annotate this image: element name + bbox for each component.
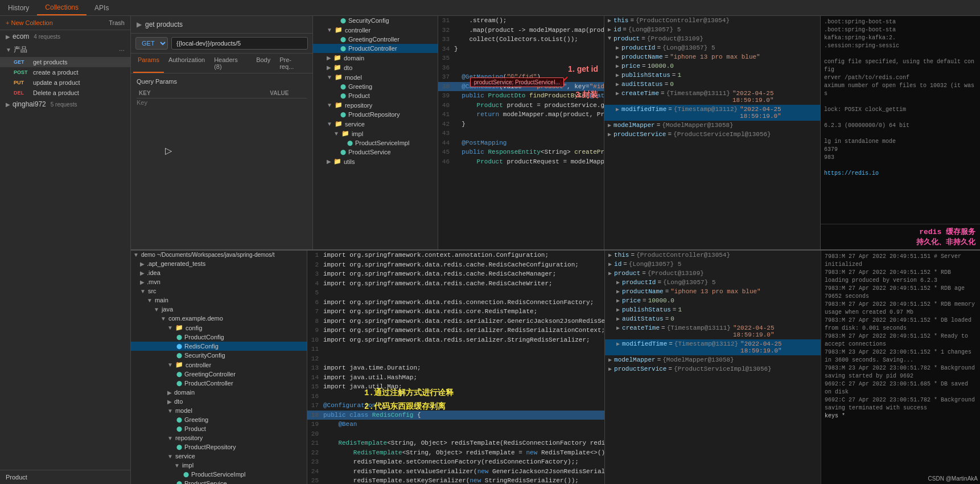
debug-var-productname[interactable]: ▶ productName="iphone 13 pro max blue" <box>604 52 820 61</box>
lower-tree-productconfig[interactable]: ⬤ ProductConfig <box>131 333 307 342</box>
lower-tree-productsvc[interactable]: ⬤ ProductService <box>131 479 307 484</box>
col-key: KEY <box>137 88 267 99</box>
term-url[interactable]: https://redis.io <box>824 170 977 178</box>
sidebar-group-qinghai[interactable]: ▶ qinghai972 5 requests <box>0 98 130 110</box>
lower-tree-idea[interactable]: ▶ .idea <box>131 268 307 277</box>
tree-item-product-repo[interactable]: ⬤ ProductRepository <box>313 110 438 119</box>
lower-tree-src[interactable]: ▼ src <box>131 286 307 296</box>
annotation-get-id: 1. get id <box>568 64 598 73</box>
sidebar-group-ecom[interactable]: ▶ ecom 4 requests <box>0 30 130 43</box>
lower-debug-product[interactable]: ▶ product={Product@13109} <box>605 269 821 278</box>
lower-tree-product-model[interactable]: ⬤ Product <box>131 424 307 433</box>
lower-tree-demo[interactable]: ▼ demo ~/Documents/Workspaces/java/sprin… <box>131 251 307 259</box>
term-line-17 <box>824 162 977 170</box>
request-get-products[interactable]: GET get products <box>0 57 130 67</box>
url-input[interactable] <box>171 37 308 50</box>
lower-tree-model2[interactable]: ▼ model <box>131 406 307 415</box>
lower-tree-domain2[interactable]: ▶ domain <box>131 388 307 397</box>
lower-tree-main[interactable]: ▼ main <box>131 296 307 305</box>
tab-authorization[interactable]: Authorization <box>164 54 209 73</box>
debug-var-productid[interactable]: ▶ productId={Long@13057} 5 <box>604 43 820 52</box>
lower-code-line-9: 9import org.springframework.data.redis.s… <box>307 326 604 335</box>
debug-var-price[interactable]: ▶ price=10000.0 <box>604 61 820 71</box>
lower-tree-impl2[interactable]: ▼ impl <box>131 461 307 470</box>
tab-body[interactable]: Body <box>252 54 275 73</box>
tab-headers[interactable]: Headers (8) <box>209 54 252 73</box>
tree-item-controller[interactable]: ▼ 📁 controller <box>313 25 438 35</box>
lower-tree-productrepo[interactable]: ⬤ ProductRepository <box>131 442 307 452</box>
tree-item-dto[interactable]: ▶ 📁 dto <box>313 63 438 72</box>
tree-item-model[interactable]: ▼ 📁 model <box>313 72 438 82</box>
tree-item-securityconfig[interactable]: ⬤ SecurityConfig <box>313 16 438 25</box>
tab-apis[interactable]: APIs <box>87 0 117 15</box>
tree-item-utils[interactable]: ▶ 📁 utils <box>313 157 438 166</box>
request-put-product[interactable]: PUT update a product <box>0 77 130 88</box>
tab-history[interactable]: History <box>0 0 37 15</box>
lower-tree-mvn[interactable]: ▶ .mvn <box>131 277 307 286</box>
lower-tree-greeting-ctrl[interactable]: ⬤ GreetingController <box>131 370 307 379</box>
lower-tree-com-example[interactable]: ▼ com.example.demo <box>131 314 307 323</box>
tree-item-product-service-impl[interactable]: ⬤ ProductServiceImpl <box>313 138 438 147</box>
tree-item-impl[interactable]: ▼ 📁 impl <box>313 129 438 138</box>
tree-item-product-controller[interactable]: ⬤ ProductController <box>313 44 438 53</box>
term-line-11 <box>824 114 977 122</box>
lower-tree-product-ctrl[interactable]: ⬤ ProductController <box>131 379 307 388</box>
sidebar-group-products[interactable]: ▼ 产品 ··· <box>0 43 130 57</box>
tree-item-repository[interactable]: ▼ 📁 repository <box>313 100 438 110</box>
debug-var-modelmapper[interactable]: ▶ modelMapper={ModelMapper@13058} <box>604 121 820 130</box>
method-post-badge: POST <box>14 69 30 75</box>
tab-prereq[interactable]: Pre-req... <box>275 54 310 73</box>
lower-code-line-20: 20 <box>307 429 604 439</box>
lower-debug-publishstatus[interactable]: ▶ publishStatus=1 <box>605 305 821 314</box>
cursor-icon: ▷ <box>165 145 172 156</box>
tree-label-service: service <box>345 121 365 128</box>
lower-debug-auditstatus[interactable]: ▶ auditStatus=0 <box>605 314 821 323</box>
tab-params[interactable]: Params <box>133 54 164 73</box>
tree-item-service[interactable]: ▼ 📁 service <box>313 119 438 129</box>
lower-tree-dto2[interactable]: ▶ dto <box>131 397 307 406</box>
debug-var-createtime[interactable]: ▶ createTime={Timestamp@13111}"2022-04-2… <box>604 89 820 105</box>
new-collection-button[interactable]: + New Collection <box>6 19 53 26</box>
lower-tree-greeting-model[interactable]: ⬤ Greeting <box>131 415 307 424</box>
debug-var-id[interactable]: ▶ id={Long@13057} 5 <box>604 25 820 34</box>
lower-tree-java[interactable]: ▼ java <box>131 305 307 314</box>
lower-debug-productname[interactable]: ▶ productName="iphone 13 pro max blue" <box>605 287 821 296</box>
debug-var-modifiedtime[interactable]: ▶ modifiedTime={Timestamp@13112}"2022-04… <box>604 105 820 121</box>
lower-tree-config[interactable]: ▼ 📁 config <box>131 323 307 333</box>
request-del-product[interactable]: DEL Delete a product <box>0 88 130 98</box>
lower-debug-price[interactable]: ▶ price=10000.0 <box>605 296 821 305</box>
debug-var-product[interactable]: ▼ product={Product@13109} <box>604 34 820 43</box>
debug-var-publishstatus[interactable]: ▶ publishStatus=1 <box>604 71 820 80</box>
file-icon-security: ⬤ <box>340 18 346 23</box>
lower-debug-this[interactable]: ▶ this={ProductController@13054} <box>605 251 821 260</box>
lower-tree-securityconfig[interactable]: ⬤ SecurityConfig <box>131 351 307 360</box>
debug-var-this[interactable]: ▶ this={ProductController@13054} <box>604 16 820 25</box>
request-post-product[interactable]: POST create a product <box>0 67 130 77</box>
trash-button[interactable]: Trash <box>109 19 125 26</box>
lower-tree-ctrl[interactable]: ▼ 📁 controller <box>131 360 307 370</box>
method-select[interactable]: GET <box>135 37 168 50</box>
lower-tree-svc2[interactable]: ▼ service <box>131 452 307 461</box>
lower-tree-productsvcimpl[interactable]: ⬤ ProductServiceImpl <box>131 470 307 479</box>
tree-item-product-service[interactable]: ⬤ ProductService <box>313 147 438 157</box>
lower-tree-redisconfig[interactable]: ⬤ RedisConfig <box>131 342 307 351</box>
debug-var-auditstatus[interactable]: ▶ auditStatus=0 <box>604 80 820 89</box>
lower-debug-productid[interactable]: ▶ productId={Long@13057} 5 <box>605 278 821 287</box>
tree-item-greeting-model[interactable]: ⬤ Greeting <box>313 82 438 91</box>
lower-debug-id[interactable]: ▶ id={Long@13057} 5 <box>605 260 821 269</box>
lower-tree-apt[interactable]: ▶ .apt_generated_tests <box>131 259 307 268</box>
tree-item-domain[interactable]: ▶ 📁 domain <box>313 53 438 63</box>
tab-collections[interactable]: Collections <box>37 0 87 15</box>
tree-item-greeting-controller[interactable]: ⬤ GreetingController <box>313 35 438 44</box>
key-input[interactable] <box>137 99 267 106</box>
debug-var-productservice[interactable]: ▶ productService={ProductServiceImpl@130… <box>604 130 820 139</box>
lower-debug-modelmapper[interactable]: ▶ modelMapper={ModelMapper@13058} <box>605 355 821 364</box>
key-input-cell[interactable] <box>137 99 267 107</box>
lower-debug-createtime[interactable]: ▶ createTime={Timestamp@13111}"2022-04-2… <box>605 323 821 339</box>
lower-debug-productsvc[interactable]: ▶ productService={ProductServiceImpl@130… <box>605 364 821 374</box>
request-del-label: Delete a product <box>33 89 79 96</box>
lower-tree-repo2[interactable]: ▼ repository <box>131 433 307 442</box>
term-line-14: lg in standalone mode <box>824 138 977 146</box>
tree-item-product-model[interactable]: ⬤ Product <box>313 91 438 100</box>
lower-debug-modifiedtime[interactable]: ▶ modifiedTime={Timestamp@13112}"2022-04… <box>605 339 821 355</box>
